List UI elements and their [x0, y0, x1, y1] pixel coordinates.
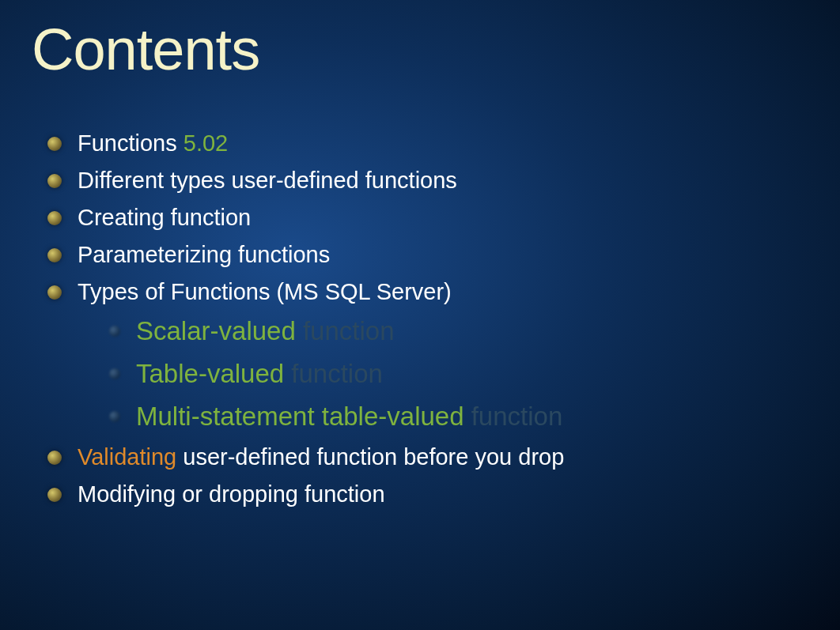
- bullet-icon: [47, 211, 62, 225]
- bullet-list: Functions 5.02Different types user-defin…: [32, 130, 808, 507]
- list-item-label: Multi-statement table-valued function: [136, 402, 562, 432]
- list-item: Table-valued function: [109, 359, 808, 389]
- list-item: Types of Functions (MS SQL Server): [47, 279, 808, 305]
- list-item-label: Scalar-valued function: [136, 316, 395, 346]
- list-item: Validating user-defined function before …: [47, 444, 808, 470]
- bullet-icon: [109, 411, 120, 422]
- slide: Contents Functions 5.02Different types u…: [0, 0, 840, 550]
- list-item-label: Creating function: [78, 205, 251, 231]
- bullet-icon: [47, 488, 62, 502]
- list-item: Parameterizing functions: [47, 242, 808, 268]
- list-item-label: Table-valued function: [136, 359, 383, 389]
- list-item-label: Types of Functions (MS SQL Server): [78, 279, 452, 305]
- bullet-icon: [47, 285, 62, 300]
- bullet-icon: [109, 326, 120, 337]
- list-item-label: Validating user-defined function before …: [78, 444, 564, 470]
- list-item: Scalar-valued function: [109, 316, 808, 346]
- list-item: Different types user-defined functions: [47, 168, 808, 194]
- list-item-label: Functions 5.02: [78, 130, 228, 157]
- bullet-icon: [47, 137, 62, 151]
- list-item: Multi-statement table-valued function: [109, 402, 808, 432]
- sub-bullet-list: Scalar-valued functionTable-valued funct…: [47, 316, 808, 432]
- list-item-label: Modifying or dropping function: [78, 481, 385, 507]
- bullet-icon: [47, 248, 62, 262]
- list-item: Modifying or dropping function: [47, 481, 808, 507]
- bullet-icon: [109, 368, 120, 379]
- list-item: Creating function: [47, 205, 808, 231]
- list-item: Functions 5.02: [47, 130, 808, 157]
- page-title: Contents: [32, 16, 808, 83]
- bullet-icon: [47, 174, 62, 188]
- list-item-label: Different types user-defined functions: [78, 168, 457, 194]
- bullet-icon: [47, 451, 62, 465]
- list-item-label: Parameterizing functions: [78, 242, 330, 268]
